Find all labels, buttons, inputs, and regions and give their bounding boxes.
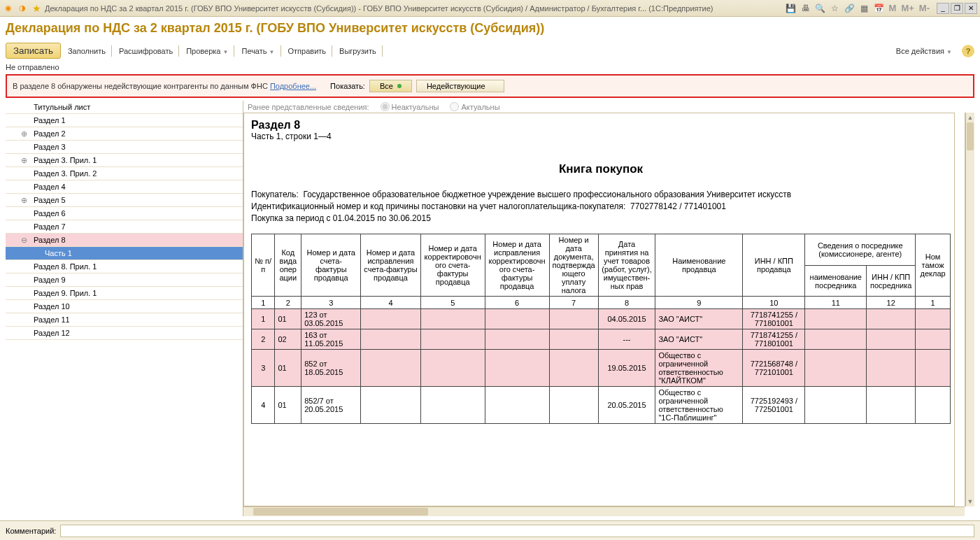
chevron-down-icon: ▼ [223,49,229,55]
table-row[interactable]: 401852/7 от 20.05.201520.05.2015Общество… [252,387,951,424]
dot-icon [397,84,402,88]
link-icon[interactable]: 🔗 [844,3,856,14]
sidebar-item[interactable]: Раздел 8. Прил. 1 [6,260,243,273]
nav-back-icon[interactable]: ◑ [17,3,28,14]
vertical-scrollbar[interactable]: ▲ ▼ [965,113,974,506]
window-title: Декларация по НДС за 2 квартал 2015 г. (… [45,4,782,13]
search-icon[interactable]: 🔍 [814,3,827,14]
sidebar-item[interactable]: Раздел 12 [6,327,243,340]
report-panel: Ранее представленные сведения: Неактуаль… [243,101,974,516]
page-title: Декларация по НДС за 2 квартал 2015 г. (… [6,21,974,36]
window-controls: _ ❐ ✕ [937,3,977,14]
sidebar-item[interactable]: Раздел 8 [6,234,243,247]
section-title: Раздел 8 [251,119,951,132]
show-label: Показать: [330,82,365,90]
sidebar-item[interactable]: Раздел 9 [6,273,243,287]
fill-button[interactable]: Заполнить [65,45,112,57]
warning-box: В разделе 8 обнаружены недействующие кон… [6,74,974,98]
sidebar-item[interactable]: Раздел 7 [6,220,243,234]
sidebar: Титульный листРаздел 1Раздел 2Раздел 3Ра… [6,101,243,516]
filter-all-button[interactable]: Все [369,80,412,92]
favorite-icon[interactable]: ★ [31,3,42,14]
table-row[interactable]: 202163 от 11.05.2015---ЗАО "АИСТ"7718741… [252,329,951,350]
radio-neactual [381,102,390,111]
sidebar-item[interactable]: Раздел 5 [6,194,243,207]
print-icon[interactable]: 🖶 [800,3,812,14]
sidebar-item[interactable]: Раздел 2 [6,127,243,141]
send-button[interactable]: Отправить [285,45,333,57]
close-button[interactable]: ✕ [965,3,977,14]
export-button[interactable]: Выгрузить [336,45,383,57]
sidebar-item[interactable]: Раздел 6 [6,207,243,220]
decode-button[interactable]: Расшифровать [116,45,179,57]
app-icon: ◉ [3,3,14,14]
write-button[interactable]: Записать [6,43,61,59]
horizontal-scrollbar[interactable] [243,506,965,516]
report-content[interactable]: Раздел 8 Часть 1, строки 1—4 Книга покуп… [243,113,955,506]
section-subtitle: Часть 1, строки 1—4 [251,132,951,141]
sidebar-item[interactable]: Раздел 3. Прил. 1 [6,154,243,167]
all-actions-button[interactable]: Все действия ▼ [893,45,958,57]
purchase-table: № п/пКод вида опер ацииНомер и дата счет… [251,234,951,424]
save-icon[interactable]: 💾 [785,3,797,14]
sidebar-item[interactable]: Раздел 9. Прил. 1 [6,287,243,300]
check-button[interactable]: Проверка ▼ [183,45,234,57]
details-link[interactable]: Подробнее... [270,82,316,90]
table-row[interactable]: 301852 от 18.05.201519.05.2015Общество с… [252,350,951,387]
sidebar-item[interactable]: Раздел 3. Прил. 2 [6,167,243,180]
comment-label: Комментарий: [6,527,56,535]
report-meta: Ранее представленные сведения: Неактуаль… [243,101,974,113]
table-row[interactable]: 101123 от 03.05.201504.05.2015ЗАО "АИСТ"… [252,309,951,329]
filter-inactive-button[interactable]: Недействующие [416,80,504,92]
sidebar-item[interactable]: Раздел 11 [6,313,243,327]
sidebar-item[interactable]: Раздел 1 [6,114,243,127]
buyer-info: Покупатель: Государственное образователь… [251,189,951,224]
sidebar-item[interactable]: Часть 1 [6,247,243,260]
m-minus-button[interactable]: M- [918,3,931,13]
sidebar-item[interactable]: Раздел 10 [6,300,243,313]
m-plus-button[interactable]: M+ [900,3,915,13]
comment-input[interactable] [60,525,974,537]
status-line: Не отправлено [6,63,974,71]
calendar-icon[interactable]: 📅 [873,3,886,14]
calc-icon[interactable]: ▦ [858,3,871,14]
book-title: Книга покупок [251,162,951,176]
radio-actual [450,102,459,111]
main-area: Декларация по НДС за 2 квартал 2015 г. (… [0,17,980,520]
titlebar-tools: 💾 🖶 🔍 ☆ 🔗 ▦ 📅 M M+ M- [785,3,931,14]
titlebar: ◉ ◑ ★ Декларация по НДС за 2 квартал 201… [0,0,980,17]
toolbar: Записать Заполнить Расшифровать Проверка… [6,43,974,59]
star-icon[interactable]: ☆ [829,3,841,14]
sidebar-item[interactable]: Раздел 4 [6,180,243,194]
sidebar-item[interactable]: Титульный лист [6,101,243,114]
help-icon[interactable]: ? [962,45,974,57]
restore-button[interactable]: ❐ [951,3,963,14]
footer: Комментарий: [0,520,980,540]
chevron-down-icon: ▼ [269,49,275,55]
m-button[interactable]: M [888,3,898,13]
chevron-down-icon: ▼ [946,49,952,55]
sidebar-item[interactable]: Раздел 3 [6,141,243,154]
print-button[interactable]: Печать ▼ [239,45,280,57]
warning-text: В разделе 8 обнаружены недействующие кон… [13,82,316,90]
minimize-button[interactable]: _ [937,3,949,14]
